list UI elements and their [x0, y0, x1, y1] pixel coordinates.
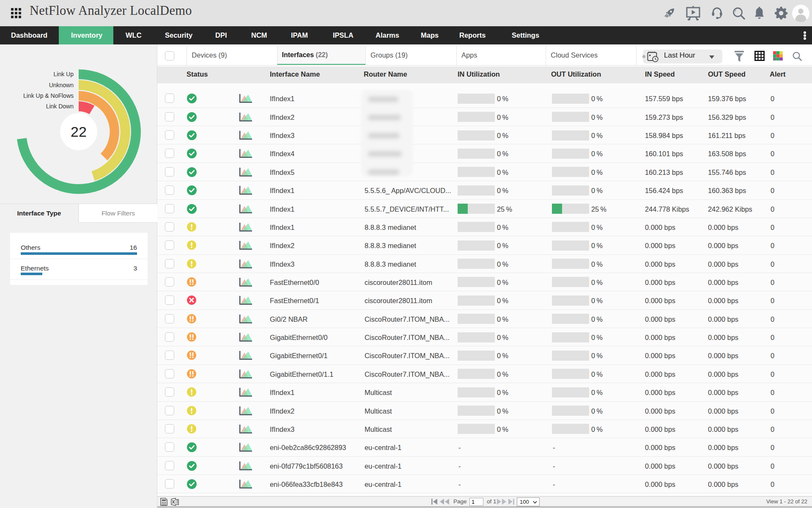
- svg-text:22: 22: [71, 124, 87, 140]
